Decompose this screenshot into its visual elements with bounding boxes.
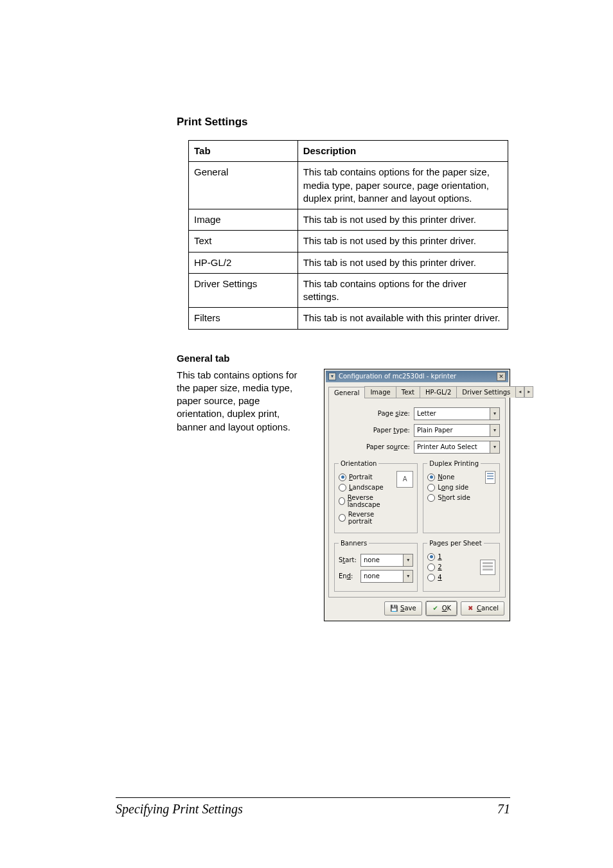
dialog-button-bar: 💾 Save ✔ OK ✖ Cancel (328, 598, 506, 617)
table-row: General This tab contains options for th… (189, 162, 508, 209)
radio-icon (339, 497, 345, 505)
radio-portrait[interactable]: Portrait (339, 474, 394, 481)
window-menu-icon[interactable]: ▾ (328, 373, 336, 380)
page-size-select[interactable]: Letter ▾ (414, 407, 500, 420)
radio-duplex-long[interactable]: Long side (427, 484, 483, 492)
duplex-legend: Duplex Printing (427, 460, 481, 467)
cell-tab: HP-GL/2 (189, 252, 298, 273)
cancel-button[interactable]: ✖ Cancel (461, 601, 504, 616)
cell-desc: This tab contains options for the paper … (298, 162, 508, 209)
paper-type-label: Paper type: (334, 427, 414, 434)
banner-start-label: Start: (339, 556, 358, 563)
cell-tab: General (189, 162, 298, 209)
tabpanel-general: Page size: Letter ▾ Paper type: Plain Pa… (328, 398, 506, 598)
table-row: Driver Settings This tab contains option… (189, 273, 508, 308)
dialog-title: Configuration of mc2530dl - kprinter (339, 373, 456, 380)
cell-tab: Text (189, 231, 298, 252)
chevron-down-icon: ▾ (403, 554, 413, 566)
radio-icon (427, 574, 435, 581)
orientation-preview-icon: A (396, 471, 413, 488)
cell-tab: Filters (189, 308, 298, 329)
paper-type-value: Plain Paper (417, 427, 453, 434)
cell-tab: Image (189, 209, 298, 231)
kprinter-config-dialog: ▾ Configuration of mc2530dl - kprinter ✕… (324, 369, 510, 621)
banner-start-value: none (364, 556, 380, 563)
radio-landscape[interactable]: Landscape (339, 484, 394, 492)
cell-desc: This tab is not used by this printer dri… (298, 209, 508, 231)
banner-end-label: End: (339, 572, 358, 580)
cell-desc: This tab is not used by this printer dri… (298, 252, 508, 273)
ok-button[interactable]: ✔ OK (426, 601, 457, 616)
table-row: Text This tab is not used by this printe… (189, 231, 508, 252)
cell-tab: Driver Settings (189, 273, 298, 308)
general-tab-description: This tab contains options for the paper … (177, 369, 308, 434)
heading-general-tab: General tab (177, 353, 510, 364)
page-size-label: Page size: (334, 410, 414, 417)
paper-source-value: Printer Auto Select (417, 443, 477, 450)
banner-start-select[interactable]: none ▾ (360, 554, 413, 567)
radio-icon (427, 563, 435, 571)
footer-page-number: 71 (497, 802, 510, 817)
page-size-value: Letter (417, 410, 436, 417)
radio-icon (427, 474, 435, 481)
banner-end-select[interactable]: none ▾ (360, 570, 413, 583)
radio-pps-1[interactable]: 1 (427, 553, 480, 561)
chevron-down-icon: ▾ (403, 571, 413, 582)
dialog-titlebar[interactable]: ▾ Configuration of mc2530dl - kprinter ✕ (326, 371, 508, 382)
radio-icon (427, 553, 435, 561)
table-row: HP-GL/2 This tab is not used by this pri… (189, 252, 508, 273)
close-icon: ✖ (466, 605, 474, 612)
save-icon: 💾 (390, 605, 398, 612)
cell-desc: This tab is not available with this prin… (298, 308, 508, 329)
table-row: Filters This tab is not available with t… (189, 308, 508, 329)
tab-image[interactable]: Image (364, 386, 396, 398)
tab-hpgl2[interactable]: HP-GL/2 (420, 386, 457, 398)
pps-legend: Pages per Sheet (427, 540, 483, 547)
radio-icon (427, 484, 435, 492)
radio-duplex-short[interactable]: Short side (427, 494, 483, 502)
footer-title: Specifying Print Settings (116, 802, 243, 817)
radio-reverse-portrait[interactable]: Reverse portrait (339, 511, 394, 525)
radio-duplex-none[interactable]: None (427, 474, 483, 481)
chevron-down-icon: ▾ (490, 408, 499, 420)
print-settings-table: Tab Description General This tab contain… (188, 140, 508, 330)
orientation-legend: Orientation (339, 460, 378, 467)
tab-scroll-left-icon[interactable]: ◂ (515, 386, 524, 398)
paper-source-label: Paper source: (334, 443, 414, 450)
cell-desc: This tab contains options for the driver… (298, 273, 508, 308)
orientation-group: Orientation Portrait Landscap (334, 460, 418, 533)
banners-group: Banners Start: none ▾ End: (334, 540, 418, 592)
paper-source-select[interactable]: Printer Auto Select ▾ (414, 441, 500, 454)
save-button[interactable]: 💾 Save (384, 601, 422, 616)
heading-print-settings: Print Settings (177, 116, 510, 128)
radio-pps-4[interactable]: 4 (427, 574, 480, 581)
radio-pps-2[interactable]: 2 (427, 563, 480, 571)
th-tab: Tab (189, 141, 298, 162)
radio-icon (339, 484, 346, 492)
pages-per-sheet-group: Pages per Sheet 1 2 (423, 540, 500, 592)
tab-scroll-right-icon[interactable]: ▸ (524, 386, 533, 398)
chevron-down-icon: ▾ (490, 441, 499, 453)
paper-type-select[interactable]: Plain Paper ▾ (414, 424, 500, 437)
banners-legend: Banners (339, 540, 369, 547)
banner-end-value: none (364, 572, 380, 580)
duplex-preview-icon (485, 471, 495, 484)
pps-preview-icon (480, 560, 495, 575)
tab-general[interactable]: General (328, 387, 365, 398)
cell-desc: This tab is not used by this printer dri… (298, 231, 508, 252)
table-row: Image This tab is not used by this print… (189, 209, 508, 231)
dialog-tabstrip: General Image Text HP-GL/2 Driver Settin… (328, 385, 506, 398)
th-desc: Description (298, 141, 508, 162)
check-icon: ✔ (432, 605, 440, 612)
chevron-down-icon: ▾ (490, 425, 499, 436)
radio-icon (339, 514, 346, 522)
page-footer: Specifying Print Settings 71 (116, 797, 510, 817)
close-icon[interactable]: ✕ (497, 372, 506, 381)
tab-driver-settings[interactable]: Driver Settings (456, 386, 516, 398)
radio-icon (427, 494, 435, 502)
duplex-group: Duplex Printing None Long sid (423, 460, 500, 533)
radio-icon (339, 474, 346, 481)
tab-text[interactable]: Text (396, 386, 420, 398)
radio-reverse-landscape[interactable]: Reverse landscape (339, 494, 394, 508)
